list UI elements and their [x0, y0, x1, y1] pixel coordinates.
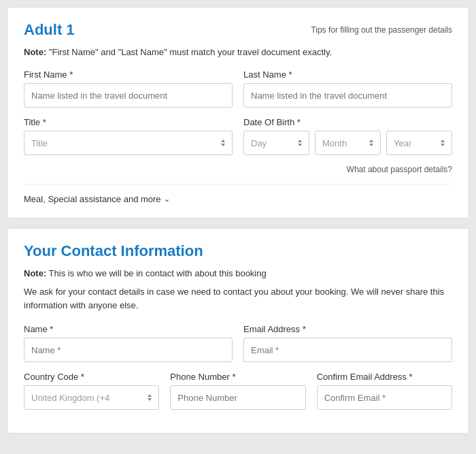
email-label: Email Address *: [243, 324, 452, 334]
chevron-down-icon: ⌄: [164, 195, 170, 204]
email-group: Email Address *: [243, 324, 452, 362]
confirm-email-group: Confirm Email Address *: [317, 372, 452, 410]
contact-note-label: Note:: [24, 268, 46, 278]
first-name-group: First Name *: [24, 69, 233, 108]
adult-note: Note: "First Name" and "Last Name" must …: [24, 47, 452, 57]
tips-link[interactable]: Tips for filling out the passenger detai…: [311, 25, 452, 35]
contact-name-group: Name *: [24, 324, 233, 362]
phone-confirm-row: Country Code * United Kingdom (+4 Phone …: [24, 372, 452, 410]
title-select[interactable]: Title Mr Mrs Ms Dr: [24, 131, 233, 155]
phone-label: Phone Number *: [170, 372, 305, 382]
dob-year-select[interactable]: Year: [386, 131, 452, 155]
passport-link[interactable]: What about passport details?: [24, 165, 452, 174]
last-name-label: Last Name *: [243, 69, 452, 80]
first-name-label: First Name *: [24, 69, 233, 80]
last-name-input[interactable]: [243, 83, 452, 108]
name-email-row: Name * Email Address *: [24, 324, 452, 362]
note-body: "First Name" and "Last Name" must match …: [49, 47, 332, 57]
first-name-input[interactable]: [24, 83, 233, 108]
divider-1: [24, 184, 452, 184]
dob-selects: Day Month Year: [243, 131, 452, 155]
contact-note: Note: This is who we will be in contact …: [24, 268, 452, 278]
confirm-email-input[interactable]: [317, 385, 452, 410]
name-row: First Name * Last Name *: [24, 69, 452, 108]
adult-card-header: Adult 1 Tips for filling out the passeng…: [24, 21, 452, 39]
dob-day-select[interactable]: Day: [243, 131, 309, 155]
country-code-select[interactable]: United Kingdom (+4: [24, 385, 159, 410]
country-code-label: Country Code *: [24, 372, 159, 382]
confirm-email-label: Confirm Email Address *: [317, 372, 452, 382]
title-group: Title * Title Mr Mrs Ms Dr: [24, 117, 233, 155]
contact-title: Your Contact Information: [24, 242, 452, 260]
adult-title: Adult 1: [24, 21, 75, 39]
contact-name-label: Name *: [24, 324, 233, 334]
meal-label: Meal, Special assistance and more: [24, 194, 161, 204]
meal-toggle[interactable]: Meal, Special assistance and more ⌄: [24, 194, 452, 204]
dob-label: Date Of Birth *: [243, 117, 452, 127]
contact-name-input[interactable]: [24, 338, 233, 362]
phone-input[interactable]: [170, 385, 305, 410]
contact-card: Your Contact Information Note: This is w…: [7, 228, 469, 434]
email-input[interactable]: [243, 338, 452, 362]
dob-group: Date Of Birth * Day Month Year: [243, 117, 452, 155]
last-name-group: Last Name *: [243, 69, 452, 108]
title-label: Title *: [24, 117, 233, 127]
adult-1-card: Adult 1 Tips for filling out the passeng…: [7, 7, 469, 218]
title-dob-row: Title * Title Mr Mrs Ms Dr Date Of Birth…: [24, 117, 452, 155]
phone-group: Phone Number *: [170, 372, 305, 410]
dob-month-select[interactable]: Month: [315, 131, 381, 155]
contact-note-body: This is who we will be in contact with a…: [49, 268, 267, 278]
contact-desc: We ask for your contact details in case …: [24, 285, 452, 312]
country-code-group: Country Code * United Kingdom (+4: [24, 372, 159, 410]
note-label: Note:: [24, 47, 46, 57]
